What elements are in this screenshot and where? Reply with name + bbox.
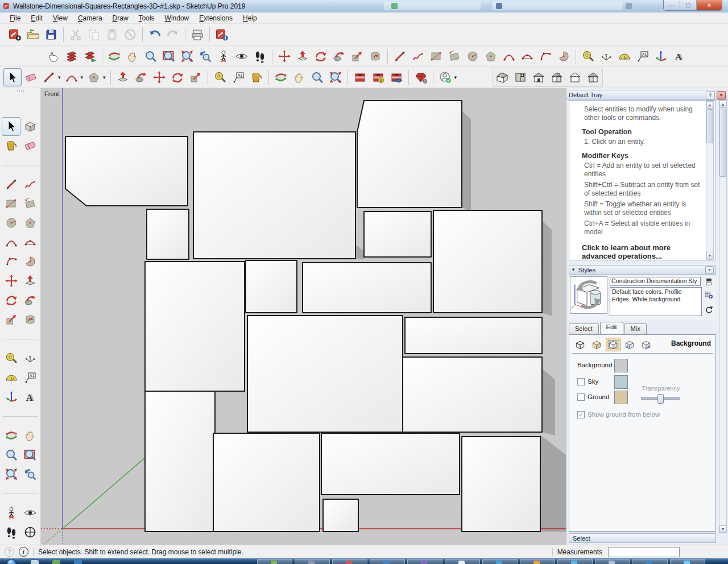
zoom-extents-button[interactable] [326,68,345,86]
sky-checkbox[interactable] [577,378,585,385]
follow-me-button[interactable] [132,68,150,86]
3d-text-button[interactable]: AA [20,388,39,407]
pan-button[interactable] [123,47,142,65]
freehand-button[interactable] [409,47,427,65]
shapes-button[interactable] [85,68,103,86]
protractor-button[interactable] [2,368,20,387]
menu-file[interactable]: File [5,13,26,23]
share-model-button[interactable]: $ [369,68,387,86]
tape-measure-button[interactable] [579,47,597,65]
rotate-button[interactable] [312,47,330,65]
scale-button[interactable] [348,47,366,65]
paint-bucket-button[interactable] [2,136,20,155]
taskbar-app-button[interactable] [407,559,442,564]
modeling-settings-button[interactable] [639,338,653,351]
stone-block[interactable] [65,136,188,206]
select-button[interactable] [2,117,20,136]
info-icon[interactable]: i [19,547,28,557]
face-settings-button[interactable] [589,338,604,351]
stone-block[interactable] [145,262,245,391]
create-style-button[interactable] [703,289,714,300]
menu-help[interactable]: Help [238,13,262,23]
show-ground-checkbox[interactable]: ✓ [577,411,585,418]
background-color-swatch[interactable] [614,359,628,372]
taskbar-app-button[interactable] [520,559,555,564]
rectangle-button[interactable] [427,47,445,65]
ground-color-swatch[interactable] [614,391,628,404]
walk-button[interactable] [251,47,269,65]
stone-block[interactable] [357,101,462,208]
3d-warehouse-button[interactable] [351,68,369,86]
stone-block[interactable] [403,357,542,432]
look-around-button[interactable] [233,47,251,65]
axes-button[interactable] [2,388,20,407]
start-orb-icon[interactable] [7,559,16,564]
menu-draw[interactable]: Draw [107,13,134,23]
stone-block[interactable] [364,212,431,257]
scrollbar-thumb[interactable] [719,109,726,177]
follow-me-button[interactable] [330,47,348,65]
view-right-button[interactable] [548,68,566,86]
taskbar-app-button[interactable] [482,559,518,564]
stone-block[interactable] [247,316,403,432]
zoom-window-button[interactable] [160,47,178,65]
menu-camera[interactable]: Camera [73,13,107,23]
scroll-down-icon[interactable]: ▼ [719,525,726,533]
previous-view-button[interactable] [20,465,39,484]
styles-close-icon[interactable]: × [705,266,714,274]
zoom-extents-button[interactable] [178,47,196,65]
menu-extensions[interactable]: Extensions [194,13,238,23]
zoom-button[interactable] [142,47,160,65]
three-point-arc-button[interactable] [2,252,20,271]
tray-scrollbar[interactable]: ▲ ▼ [719,100,727,533]
dimension-button[interactable] [20,349,39,368]
tab-select[interactable]: Select [569,324,599,334]
view-back-button[interactable] [566,68,584,86]
taskbar-app-button[interactable] [295,559,330,564]
pie-button[interactable] [555,47,573,65]
dimension-button[interactable] [597,47,615,65]
select-button[interactable] [3,68,22,86]
style-thumbnail[interactable] [570,276,607,314]
stone-block[interactable] [145,391,215,532]
circle-button[interactable] [464,47,482,65]
eraser-button[interactable] [20,136,39,155]
axes-button[interactable] [652,47,670,65]
ground-checkbox[interactable] [577,393,585,401]
push-pull-button[interactable] [114,68,132,86]
push-pull-button[interactable] [293,47,312,65]
rectangle-button[interactable] [2,194,20,213]
scale-button[interactable] [187,68,205,86]
undo-button[interactable] [146,26,164,44]
zoom-window-button[interactable] [20,446,39,465]
taskbar-app-button[interactable] [595,559,630,564]
orbit-button[interactable] [272,68,290,86]
new-button[interactable] [6,26,24,44]
copy-button[interactable] [85,26,103,44]
taskbar-app-button[interactable] [445,559,480,564]
section-plane-display-button[interactable] [63,47,81,65]
line-button[interactable] [40,68,58,86]
offset-button[interactable] [366,47,384,65]
stone-block[interactable] [193,132,355,259]
taskbar-app-button[interactable] [632,559,668,564]
stone-block[interactable] [213,433,320,532]
rotate-button[interactable] [168,68,187,86]
redo-button[interactable] [164,26,182,44]
tray-close-icon[interactable]: × [717,91,726,99]
shapes-dropdown-caret-icon[interactable]: ▾ [103,74,106,80]
text-button[interactable]: A1 [20,368,39,387]
polygon-button[interactable] [20,214,39,233]
view-front-button[interactable] [530,68,548,86]
arc-button[interactable] [500,47,518,65]
taskbar-app-button[interactable] [370,559,405,564]
three-point-arc-button[interactable] [536,47,555,65]
account-dropdown-caret-icon[interactable]: ▾ [454,74,457,80]
styles-section-header[interactable]: ▼ Styles × [569,265,716,275]
stone-block[interactable] [321,433,460,495]
eraser-button[interactable] [22,68,40,86]
tape-measure-button[interactable] [2,349,20,368]
tape-measure-button[interactable] [211,68,229,86]
follow-me-button[interactable] [20,291,39,310]
save-button[interactable] [42,26,60,44]
